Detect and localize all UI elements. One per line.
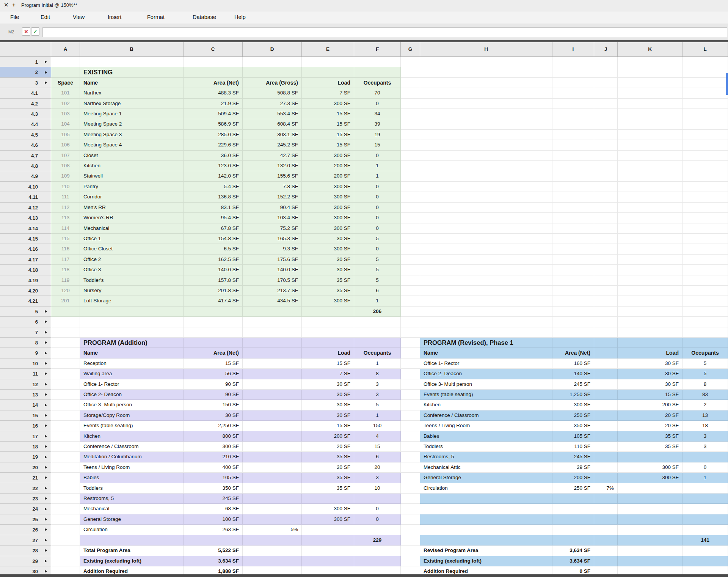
cell-B3[interactable]: Name [80, 78, 184, 88]
cell-I4.2[interactable] [552, 99, 594, 109]
cell-B8[interactable]: PROGRAM (Addition) [80, 338, 184, 348]
menu-item-edit[interactable]: Edit [41, 14, 50, 20]
cell-D27[interactable] [243, 535, 302, 546]
cell-H4.13[interactable] [420, 213, 552, 223]
cell-F4.1[interactable]: 70 [354, 88, 401, 98]
cell-B23[interactable]: Restrooms, 5 [80, 494, 184, 504]
cell-K5[interactable] [618, 307, 682, 317]
cell-D1[interactable] [243, 57, 302, 67]
cell-F4.3[interactable]: 34 [354, 109, 401, 119]
cell-K20[interactable]: 300 SF [618, 462, 682, 473]
cell-G4.19[interactable] [401, 275, 420, 286]
cell-A17[interactable] [51, 431, 80, 442]
row-header-4.6[interactable]: 4.6 [0, 140, 51, 150]
cell-J4.5[interactable] [594, 130, 618, 140]
cell-I6[interactable] [552, 317, 594, 327]
cell-D9[interactable] [243, 348, 302, 358]
row-header-27[interactable]: 27 [0, 535, 51, 546]
cell-H4.7[interactable] [420, 151, 552, 161]
cell-G13[interactable] [401, 390, 420, 400]
cell-C26[interactable]: 263 SF [184, 525, 243, 535]
row-disclosure-icon[interactable] [45, 310, 47, 313]
cell-E4.8[interactable]: 200 SF [302, 161, 354, 171]
cell-J6[interactable] [594, 317, 618, 327]
cell-C2[interactable] [184, 67, 243, 77]
cell-K10[interactable]: 30 SF [618, 358, 682, 369]
cell-A4.4[interactable]: 104 [51, 119, 80, 129]
formula-cancel-button[interactable]: ✕ [22, 27, 30, 36]
cell-L12[interactable]: 8 [682, 379, 728, 390]
cell-K18[interactable]: 35 SF [618, 442, 682, 452]
cell-E4.21[interactable]: 300 SF [302, 296, 354, 306]
row-header-4.20[interactable]: 4.20 [0, 286, 51, 296]
cell-D22[interactable] [243, 483, 302, 494]
cell-G18[interactable] [401, 442, 420, 452]
cell-K12[interactable]: 30 SF [618, 379, 682, 390]
cell-C23[interactable]: 245 SF [184, 494, 243, 504]
cell-H27[interactable] [420, 535, 552, 546]
cell-J4.21[interactable] [594, 296, 618, 306]
cell-A4.5[interactable]: 105 [51, 130, 80, 140]
cell-I4.11[interactable] [552, 192, 594, 202]
cell-K4.19[interactable] [618, 275, 682, 286]
column-header-H[interactable]: H [420, 42, 552, 57]
column-header-E[interactable]: E [302, 42, 354, 57]
cell-L2[interactable] [682, 67, 728, 77]
cell-K4.15[interactable] [618, 234, 682, 244]
cell-E11[interactable]: 7 SF [302, 369, 354, 379]
cell-B4.5[interactable]: Meeting Space 3 [80, 130, 184, 140]
row-header-18[interactable]: 18 [0, 442, 51, 452]
cell-F4.14[interactable]: 0 [354, 223, 401, 234]
cell-C3[interactable]: Area (Net) [184, 78, 243, 88]
row-header-4.17[interactable]: 4.17 [0, 255, 51, 265]
cell-A4.11[interactable]: 111 [51, 192, 80, 202]
cell-B26[interactable]: Circulation [80, 525, 184, 535]
row-disclosure-icon[interactable] [45, 341, 47, 344]
cell-B9[interactable]: Name [80, 348, 184, 358]
cell-H4.8[interactable] [420, 161, 552, 171]
cell-B4.10[interactable]: Pantry [80, 182, 184, 192]
cell-B12[interactable]: Office 1- Rector [80, 379, 184, 390]
cell-A26[interactable] [51, 525, 80, 535]
cell-J14[interactable] [594, 400, 618, 410]
cell-L4.19[interactable] [682, 275, 728, 286]
cell-F11[interactable]: 8 [354, 369, 401, 379]
cell-J4.7[interactable] [594, 151, 618, 161]
cell-E5[interactable] [302, 307, 354, 317]
cell-C15[interactable]: 30 SF [184, 410, 243, 421]
cell-I4.5[interactable] [552, 130, 594, 140]
cell-L4.3[interactable] [682, 109, 728, 119]
cell-B4.8[interactable]: Kitchen [80, 161, 184, 171]
cell-C1[interactable] [184, 57, 243, 67]
row-disclosure-icon[interactable] [45, 539, 47, 542]
cell-D4.1[interactable]: 508.8 SF [243, 88, 302, 98]
cell-J4.10[interactable] [594, 182, 618, 192]
cell-K27[interactable] [618, 535, 682, 546]
cell-H18[interactable]: Toddlers [420, 442, 552, 452]
cell-F4.18[interactable]: 5 [354, 265, 401, 275]
cell-D4.2[interactable]: 27.3 SF [243, 99, 302, 109]
cell-D4.9[interactable]: 155.6 SF [243, 171, 302, 181]
cell-G5[interactable] [401, 307, 420, 317]
cell-I23[interactable] [552, 494, 594, 504]
menu-item-database[interactable]: Database [193, 14, 216, 20]
cell-D14[interactable] [243, 400, 302, 410]
cell-J4.15[interactable] [594, 234, 618, 244]
close-icon[interactable]: ✕ [4, 2, 9, 8]
row-header-4.13[interactable]: 4.13 [0, 213, 51, 223]
cell-J13[interactable] [594, 390, 618, 400]
cell-B1[interactable] [80, 57, 184, 67]
cell-F25[interactable]: 0 [354, 514, 401, 525]
row-disclosure-icon[interactable] [45, 570, 47, 573]
cell-L1[interactable] [682, 57, 728, 67]
cell-A25[interactable] [51, 514, 80, 525]
cell-I3[interactable] [552, 78, 594, 88]
cell-G4.21[interactable] [401, 296, 420, 306]
cell-G23[interactable] [401, 494, 420, 504]
cell-H4.19[interactable] [420, 275, 552, 286]
row-disclosure-icon[interactable] [45, 518, 47, 521]
row-header-24[interactable]: 24 [0, 504, 51, 514]
cell-J1[interactable] [594, 57, 618, 67]
cell-L4.20[interactable] [682, 286, 728, 296]
cell-A4.2[interactable]: 102 [51, 99, 80, 109]
